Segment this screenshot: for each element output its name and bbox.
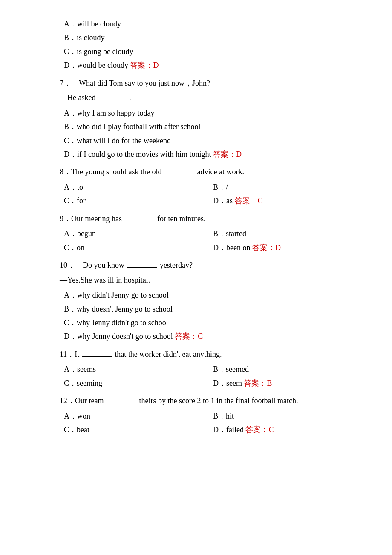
q9-option-a: A．begun (60, 227, 209, 240)
answer-top: 答案：D (130, 61, 159, 69)
question-block-top: A．will be cloudy B．is cloudy C．is going … (60, 17, 358, 72)
q8-option-a: A．to (60, 180, 209, 194)
q11-option-b: B．seemed (209, 362, 358, 376)
q9-option-d: D．been on 答案：D (209, 241, 358, 254)
question-10-line2: —Yes.She was ill in hospital. (60, 274, 358, 287)
answer-12: 答案：C (245, 425, 274, 434)
q10-option-d: D．why Jenny doesn't go to school 答案：C (60, 330, 358, 343)
q12-option-a: A．won (60, 409, 209, 423)
option-d-top: D．would be cloudy 答案：D (60, 58, 358, 72)
blank-12 (107, 403, 136, 403)
blank-9 (124, 221, 154, 221)
q11-options-grid: A．seems B．seemed C．seeming D．seem 答案：B (60, 362, 358, 390)
option-a-top: A．will be cloudy (60, 17, 358, 31)
question-9-line1: 9．Our meeting has for ten minutes. (60, 212, 358, 225)
question-11-line1: 11．It that the worker didn't eat anythin… (60, 348, 358, 361)
q9-option-c: C．on (60, 241, 209, 254)
q8-option-b: B．/ (209, 180, 358, 194)
option-b-top: B．is cloudy (60, 31, 358, 44)
q8-option-c: C．for (60, 194, 209, 208)
question-7-line1: 7．—What did Tom say to you just now，John… (60, 77, 358, 90)
q10-option-a: A．why didn't Jenny go to school (60, 288, 358, 302)
question-block-7: 7．—What did Tom say to you just now，John… (60, 77, 358, 162)
q10-option-b: B．why doesn't Jenny go to school (60, 302, 358, 316)
q12-options-grid: A．won B．hit C．beat D．failed 答案：C (60, 409, 358, 437)
blank-7 (98, 100, 128, 100)
question-block-11: 11．It that the worker didn't eat anythin… (60, 348, 358, 390)
question-block-10: 10．—Do you know yesterday? —Yes.She was … (60, 259, 358, 344)
question-8-line1: 8．The young should ask the old advice at… (60, 165, 358, 179)
q11-option-a: A．seems (60, 362, 209, 376)
answer-10: 答案：C (175, 332, 203, 341)
q10-option-c: C．why Jenny didn't go to school (60, 316, 358, 330)
blank-11 (82, 356, 112, 357)
q12-option-b: B．hit (209, 409, 358, 423)
q7-option-c: C．what will I do for the weekend (60, 134, 358, 147)
q7-option-d: D．if I could go to the movies with him t… (60, 147, 358, 161)
answer-8: 答案：C (235, 197, 263, 205)
q8-option-d: D．as 答案：C (209, 194, 358, 208)
question-10-line1: 10．—Do you know yesterday? (60, 259, 358, 272)
q7-option-b: B．who did I play football with after sch… (60, 120, 358, 133)
question-block-9: 9．Our meeting has for ten minutes. A．beg… (60, 212, 358, 254)
q8-options-grid: A．to B．/ C．for D．as 答案：C (60, 180, 358, 208)
q12-option-d: D．failed 答案：C (209, 423, 358, 436)
q12-option-c: C．beat (60, 423, 209, 436)
answer-7: 答案：D (213, 150, 242, 159)
q9-options-grid: A．begun B．started C．on D．been on 答案：D (60, 227, 358, 254)
question-block-12: 12．Our team theirs by the score 2 to 1 i… (60, 394, 358, 436)
q11-option-d: D．seem 答案：B (209, 376, 358, 390)
q11-option-c: C．seeming (60, 376, 209, 390)
question-7-line2: —He asked . (60, 91, 358, 104)
blank-8 (164, 174, 194, 174)
option-c-top: C．is going be cloudy (60, 45, 358, 58)
answer-9: 答案：D (252, 243, 281, 252)
blank-10 (127, 267, 157, 268)
question-block-8: 8．The young should ask the old advice at… (60, 165, 358, 208)
answer-11: 答案：B (244, 379, 272, 387)
q7-option-a: A．why I am so happy today (60, 106, 358, 120)
question-12-line1: 12．Our team theirs by the score 2 to 1 i… (60, 394, 358, 408)
q9-option-b: B．started (209, 227, 358, 240)
